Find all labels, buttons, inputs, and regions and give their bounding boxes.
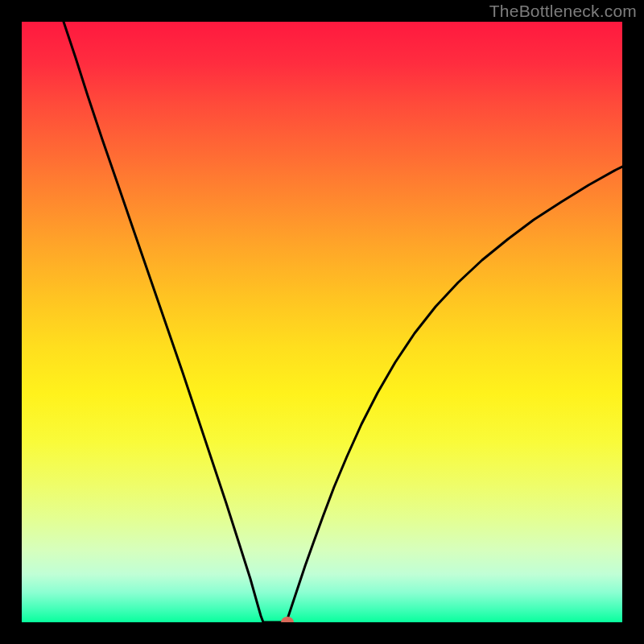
chart-curve	[64, 22, 622, 622]
chart-marker	[281, 617, 294, 622]
chart-stage: TheBottleneck.com	[0, 0, 644, 644]
chart-svg	[22, 22, 622, 622]
plot-area	[22, 22, 622, 622]
watermark-text: TheBottleneck.com	[489, 2, 637, 21]
